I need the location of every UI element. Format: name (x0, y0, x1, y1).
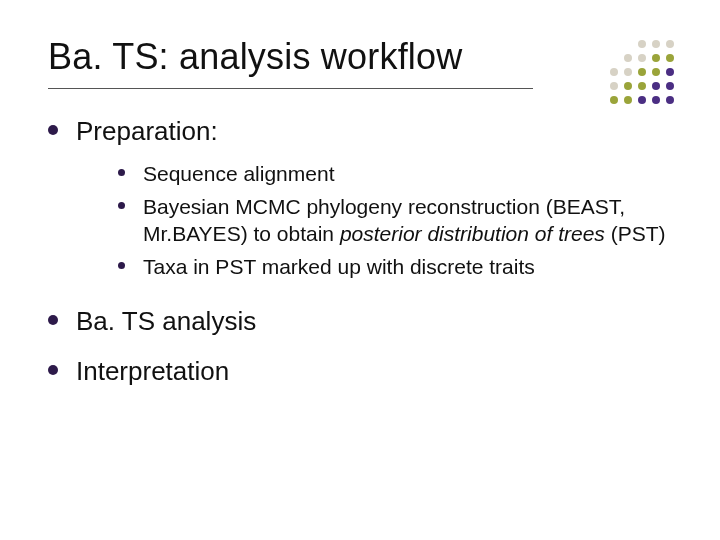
bullet-item: Preparation:Sequence alignmentBayesian M… (48, 115, 672, 287)
dot-icon (638, 96, 646, 104)
bullet-content: Preparation:Sequence alignmentBayesian M… (76, 115, 672, 287)
bullet-label: Ba. TS analysis (76, 305, 256, 338)
bullet-icon (48, 315, 58, 325)
bullet-content: Ba. TS analysis (76, 305, 256, 338)
slide-body: Preparation:Sequence alignmentBayesian M… (48, 115, 672, 388)
bullet-icon (48, 365, 58, 375)
bullet-item: Interpretation (48, 355, 672, 388)
bullet-list: Preparation:Sequence alignmentBayesian M… (48, 115, 672, 388)
sub-bullet-item: Bayesian MCMC phylogeny reconstruction (… (118, 193, 672, 248)
slide: Ba. TS: analysis workflow Preparation:Se… (0, 0, 720, 540)
bullet-icon (118, 262, 125, 269)
bullet-icon (48, 125, 58, 135)
dot-icon (666, 96, 674, 104)
bullet-label: Preparation: (76, 115, 672, 148)
bullet-content: Interpretation (76, 355, 229, 388)
sub-bullet-item: Sequence alignment (118, 160, 672, 187)
slide-title: Ba. TS: analysis workflow (48, 36, 672, 86)
bullet-icon (118, 202, 125, 209)
sub-bullet-label: Bayesian MCMC phylogeny reconstruction (… (143, 193, 672, 248)
title-block: Ba. TS: analysis workflow (48, 36, 672, 89)
bullet-label: Interpretation (76, 355, 229, 388)
sub-bullet-label: Taxa in PST marked up with discrete trai… (143, 253, 535, 280)
dot-icon (610, 96, 618, 104)
sub-bullet-label: Sequence alignment (143, 160, 334, 187)
sub-bullet-item: Taxa in PST marked up with discrete trai… (118, 253, 672, 280)
dot-icon (624, 96, 632, 104)
sub-bullet-list: Sequence alignmentBayesian MCMC phylogen… (118, 160, 672, 281)
title-underline (48, 88, 533, 89)
bullet-icon (118, 169, 125, 176)
dot-icon (652, 96, 660, 104)
bullet-item: Ba. TS analysis (48, 305, 672, 338)
